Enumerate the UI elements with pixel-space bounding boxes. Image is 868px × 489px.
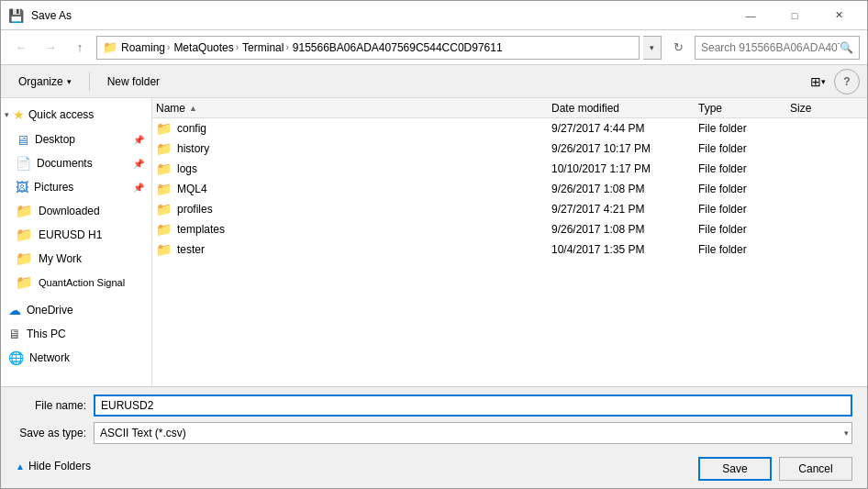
- maximize-button[interactable]: □: [773, 1, 816, 30]
- file-type: File folder: [698, 162, 790, 175]
- path-segment-terminal: Terminal ›: [242, 41, 289, 54]
- file-date: 10/4/2017 1:35 PM: [551, 243, 698, 256]
- file-list-header: Name ▲ Date modified Type Size: [152, 98, 867, 118]
- file-name: history: [177, 142, 209, 155]
- thispc-label: This PC: [27, 328, 66, 340]
- save-button[interactable]: Save: [698, 457, 772, 481]
- file-type: File folder: [698, 122, 790, 135]
- file-folder-icon: 📁: [156, 242, 172, 257]
- col-header-date[interactable]: Date modified: [551, 102, 698, 115]
- sidebar-item-pictures[interactable]: 🖼 Pictures 📌: [1, 175, 151, 199]
- pictures-pin: 📌: [133, 183, 144, 193]
- table-row[interactable]: 📁 config 9/27/2017 4:44 PM File folder: [152, 118, 867, 139]
- view-icon: ⊞: [810, 74, 821, 89]
- refresh-button[interactable]: ↻: [665, 36, 691, 60]
- sidebar-item-eurusd[interactable]: 📁 EURUSD H1: [1, 223, 151, 247]
- search-input[interactable]: [701, 41, 840, 54]
- minimize-button[interactable]: —: [729, 1, 772, 30]
- saveas-select-wrapper: ASCII Text (*.csv)CSV (*.csv)All Files (…: [94, 422, 852, 444]
- file-folder-icon: 📁: [156, 121, 172, 136]
- filename-label: File name:: [16, 399, 94, 412]
- file-folder-icon: 📁: [156, 222, 172, 237]
- hide-folders-row[interactable]: ▲ Hide Folders: [16, 460, 91, 472]
- table-row[interactable]: 📁 MQL4 9/26/2017 1:08 PM File folder: [152, 179, 867, 199]
- sidebar-item-desktop[interactable]: 🖥 Desktop 📌: [1, 128, 151, 151]
- sidebar-item-mywork[interactable]: 📁 My Work: [1, 247, 151, 271]
- close-button[interactable]: ✕: [818, 1, 860, 30]
- col-header-name[interactable]: Name ▲: [156, 102, 551, 115]
- cancel-button[interactable]: Cancel: [779, 457, 852, 481]
- network-icon: 🌐: [8, 350, 24, 365]
- toolbar: Organize ▾ New folder ⊞ ▾ ?: [1, 65, 867, 98]
- file-folder-icon: 📁: [156, 202, 172, 217]
- pictures-label: Pictures: [34, 181, 73, 194]
- sidebar-item-thispc[interactable]: 🖥 This PC: [1, 322, 151, 346]
- table-row[interactable]: 📁 templates 9/26/2017 1:08 PM File folde…: [152, 219, 867, 239]
- file-name: tester: [177, 243, 205, 256]
- table-row[interactable]: 📁 tester 10/4/2017 1:35 PM File folder: [152, 239, 867, 260]
- path-segment-metaquotes: MetaQuotes ›: [173, 41, 239, 54]
- up-button[interactable]: ↑: [67, 35, 93, 61]
- sort-arrow: ▲: [189, 104, 197, 113]
- file-date: 9/27/2017 4:44 PM: [551, 122, 698, 135]
- sidebar-item-documents[interactable]: 📄 Documents 📌: [1, 151, 151, 175]
- desktop-label: Desktop: [35, 133, 75, 146]
- help-button[interactable]: ?: [834, 69, 860, 94]
- quick-access-header[interactable]: ▾ ★ Quick access: [1, 102, 151, 128]
- saveas-label: Save as type:: [16, 427, 94, 439]
- file-type: File folder: [698, 142, 790, 155]
- col-header-size[interactable]: Size: [790, 102, 863, 115]
- organize-button[interactable]: Organize ▾: [8, 69, 82, 94]
- toolbar-right: ⊞ ▾ ?: [805, 69, 860, 94]
- address-path[interactable]: 📁 Roaming › MetaQuotes › Terminal › 9155…: [96, 36, 640, 60]
- forward-button[interactable]: →: [38, 35, 63, 61]
- sidebar-item-quantaction[interactable]: 📁 QuantAction Signal: [1, 271, 151, 295]
- desktop-pin: 📌: [133, 135, 144, 145]
- sidebar-item-network[interactable]: 🌐 Network: [1, 346, 151, 370]
- saveas-select[interactable]: ASCII Text (*.csv)CSV (*.csv)All Files (…: [94, 422, 852, 444]
- view-button[interactable]: ⊞ ▾: [805, 69, 830, 94]
- saveas-row: Save as type: ASCII Text (*.csv)CSV (*.c…: [16, 422, 852, 444]
- buttons-row: Save Cancel: [698, 453, 852, 481]
- eurusd-icon: 📁: [16, 227, 33, 243]
- window-title: Save As: [31, 9, 72, 22]
- filename-input[interactable]: [94, 395, 852, 417]
- search-box: 🔍: [695, 36, 860, 60]
- file-rows-container: 📁 config 9/27/2017 4:44 PM File folder 📁…: [152, 118, 867, 260]
- file-folder-icon: 📁: [156, 161, 172, 176]
- new-folder-button[interactable]: New folder: [97, 69, 170, 94]
- save-label: Save: [722, 462, 747, 475]
- col-type-label: Type: [698, 102, 722, 115]
- sidebar-item-onedrive[interactable]: ☁ OneDrive: [1, 298, 151, 322]
- file-date: 10/10/2017 1:17 PM: [551, 162, 698, 175]
- thispc-icon: 🖥: [8, 327, 21, 341]
- documents-label: Documents: [37, 157, 93, 170]
- file-list: Name ▲ Date modified Type Size 📁 config: [152, 98, 867, 386]
- save-as-dialog: 💾 Save As — □ ✕ ← → ↑ 📁 Roaming › MetaQu…: [0, 0, 868, 489]
- path-segment-roaming: Roaming ›: [121, 41, 170, 54]
- quantaction-label: QuantAction Signal: [39, 277, 125, 288]
- table-row[interactable]: 📁 history 9/26/2017 10:17 PM File folder: [152, 139, 867, 159]
- quick-access-icon: ★: [13, 107, 25, 122]
- organize-label: Organize: [18, 75, 63, 88]
- onedrive-label: OneDrive: [27, 304, 73, 317]
- table-row[interactable]: 📁 logs 10/10/2017 1:17 PM File folder: [152, 159, 867, 179]
- quantaction-icon: 📁: [16, 274, 33, 291]
- path-segment-id: 915566BA06ADA407569C544CC0D97611: [293, 41, 503, 54]
- sidebar-item-downloaded[interactable]: 📁 Downloaded: [1, 199, 151, 223]
- file-name: profiles: [177, 203, 213, 216]
- window-icon: 💾: [8, 8, 24, 23]
- downloaded-label: Downloaded: [39, 205, 100, 217]
- title-bar-controls: — □ ✕: [729, 1, 860, 30]
- address-dropdown[interactable]: ▾: [643, 36, 662, 60]
- quick-access-arrow: ▾: [5, 110, 9, 119]
- quick-access-label: Quick access: [28, 108, 94, 121]
- back-button[interactable]: ←: [8, 35, 34, 61]
- organize-arrow: ▾: [67, 77, 72, 86]
- bottom-bar: File name: Save as type: ASCII Text (*.c…: [1, 386, 867, 488]
- file-name: logs: [177, 162, 197, 175]
- col-header-type[interactable]: Type: [698, 102, 790, 115]
- mywork-label: My Work: [39, 252, 82, 265]
- table-row[interactable]: 📁 profiles 9/27/2017 4:21 PM File folder: [152, 199, 867, 219]
- sidebar: ▾ ★ Quick access 🖥 Desktop 📌 📄 Documents…: [1, 98, 152, 386]
